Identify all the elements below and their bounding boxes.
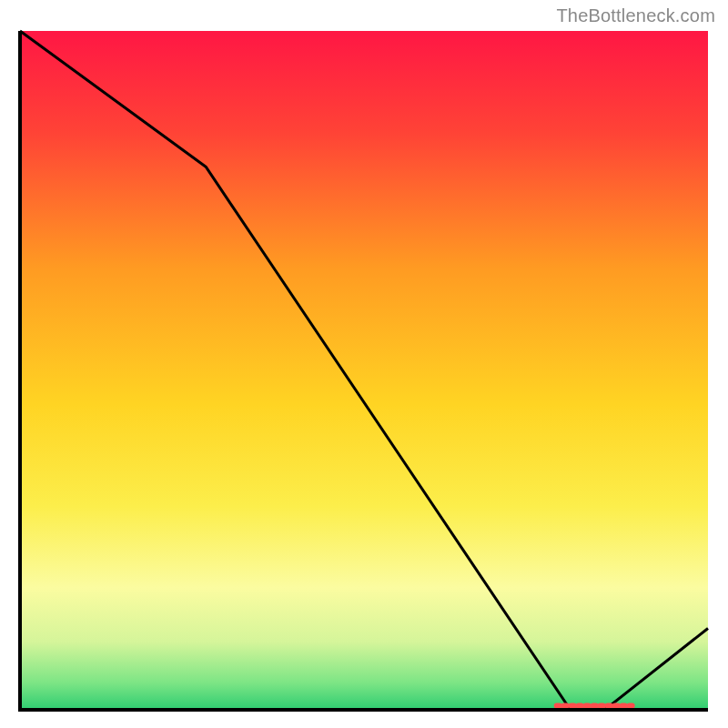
chart-gradient-bg	[20, 31, 708, 710]
bottleneck-chart	[18, 29, 710, 712]
watermark-text: TheBottleneck.com	[556, 5, 715, 26]
chart-container	[18, 29, 710, 712]
